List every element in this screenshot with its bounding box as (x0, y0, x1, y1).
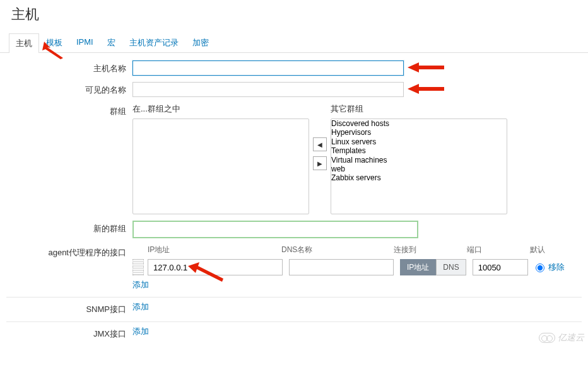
add-jmx-interface-link[interactable]: 添加 (132, 326, 149, 337)
move-right-button[interactable]: ▶ (313, 156, 327, 170)
arrow-annotation-icon (408, 59, 445, 76)
label-groups: 群组 (6, 103, 132, 117)
remove-interface-link[interactable]: 移除 (548, 262, 565, 273)
other-groups-header: 其它群组 (331, 103, 507, 115)
agent-ip-input[interactable] (148, 259, 283, 275)
list-item[interactable]: Linux servers (331, 137, 507, 146)
label-new-group: 新的群组 (6, 221, 132, 234)
iface-header-connect: 连接到 (394, 245, 467, 255)
tab-macros[interactable]: 宏 (100, 33, 122, 52)
label-jmx-interface: JMX接口 (6, 326, 132, 340)
list-item[interactable]: Hypervisors (331, 128, 507, 137)
in-groups-header: 在...群组之中 (132, 103, 309, 115)
label-visible-name: 可见的名称 (6, 82, 132, 96)
label-snmp-interface: SNMP接口 (6, 301, 132, 315)
move-left-button[interactable]: ◀ (313, 137, 327, 151)
visible-name-input[interactable] (132, 82, 404, 97)
tab-ipmi[interactable]: IPMI (69, 33, 100, 52)
iface-header-ip: IP地址 (132, 245, 281, 255)
list-item[interactable]: Zabbix servers (331, 173, 507, 182)
triangle-left-icon: ◀ (317, 141, 322, 148)
add-agent-interface-link[interactable]: 添加 (132, 279, 149, 291)
tab-template[interactable]: 模板 (39, 33, 69, 52)
iface-header-dns: DNS名称 (281, 245, 394, 255)
other-groups-listbox[interactable]: Discovered hostsHypervisorsLinux servers… (331, 119, 507, 214)
iface-header-port: 端口 (467, 245, 530, 255)
watermark-text: 亿速云 (558, 332, 584, 344)
list-item[interactable]: Templates (331, 146, 507, 155)
tab-encryption[interactable]: 加密 (185, 33, 216, 52)
watermark-logo-icon (539, 333, 555, 343)
label-agent-interface: agent代理程序的接口 (6, 245, 132, 258)
watermark: 亿速云 (539, 332, 584, 344)
new-group-input[interactable] (132, 221, 418, 238)
svg-marker-0 (408, 62, 444, 72)
tab-host[interactable]: 主机 (9, 33, 39, 53)
drag-handle-icon[interactable] (132, 259, 144, 275)
connect-dns-button[interactable]: DNS (436, 259, 466, 275)
tab-inventory[interactable]: 主机资产记录 (122, 33, 185, 52)
list-item[interactable]: Discovered hosts (331, 119, 507, 128)
arrow-annotation-icon (408, 81, 445, 97)
triangle-right-icon: ▶ (317, 160, 322, 167)
agent-port-input[interactable] (473, 259, 528, 275)
hostname-input[interactable] (132, 61, 404, 76)
tab-bar: 主机 模板 IPMI 宏 主机资产记录 加密 (0, 33, 588, 53)
iface-header-default: 默认 (530, 245, 545, 255)
list-item[interactable]: web (331, 165, 507, 173)
connect-ip-button[interactable]: IP地址 (400, 259, 436, 275)
in-groups-listbox[interactable] (132, 119, 309, 214)
agent-dns-input[interactable] (289, 259, 394, 275)
list-item[interactable]: Virtual machines (331, 156, 507, 165)
label-hostname: 主机名称 (6, 61, 132, 74)
svg-marker-1 (408, 84, 444, 94)
add-snmp-interface-link[interactable]: 添加 (132, 301, 149, 313)
page-title: 主机 (0, 0, 588, 33)
agent-default-radio[interactable] (536, 263, 544, 272)
